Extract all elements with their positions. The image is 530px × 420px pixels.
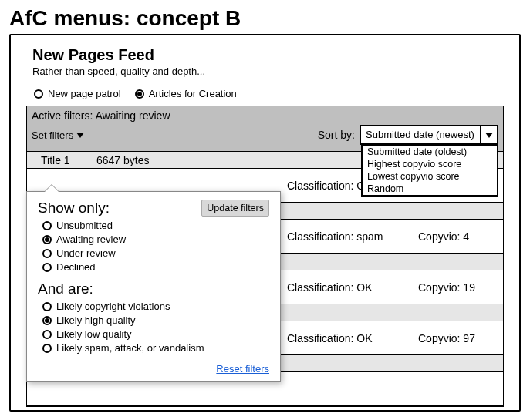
- feed-title: New Pages Feed: [32, 46, 504, 64]
- radio-label: Awaiting review: [56, 234, 126, 245]
- radio-icon: [42, 302, 52, 311]
- sort-selected-text: Submitted date (newest): [361, 126, 480, 143]
- mode-articles-for-creation[interactable]: Articles for Creation: [135, 88, 237, 99]
- radio-icon: [42, 330, 52, 339]
- and-radio-group: Likely copyright violations Likely high …: [42, 301, 269, 354]
- radio-icon: [42, 344, 52, 353]
- chevron-down-icon: [76, 133, 84, 138]
- row-bytes: 6647 bytes: [96, 154, 181, 166]
- radio-icon: [42, 316, 52, 325]
- radio-label: New page patrol: [48, 88, 121, 99]
- status-radio-group: Unsubmitted Awaiting review Under review…: [42, 220, 269, 273]
- and-spam-attack-vandalism[interactable]: Likely spam, attack, or vandalism: [42, 342, 269, 354]
- popup-pointer-icon: [44, 184, 59, 192]
- radio-label: Likely spam, attack, or vandalism: [56, 342, 204, 354]
- radio-label: Under review: [56, 247, 116, 259]
- active-filters-label: Active filters:: [32, 109, 93, 122]
- row-title: Title 1: [27, 154, 96, 166]
- radio-icon: [42, 221, 52, 230]
- filters-bar: Active filters: Awaiting review Set filt…: [26, 106, 504, 152]
- sort-option[interactable]: Random: [363, 183, 497, 195]
- and-high-quality[interactable]: Likely high quality: [42, 314, 269, 326]
- radio-icon: [34, 89, 43, 99]
- active-filters-line: Active filters: Awaiting review: [32, 109, 498, 122]
- status-unsubmitted[interactable]: Unsubmitted: [42, 220, 269, 231]
- active-filters-value: Awaiting review: [95, 109, 170, 122]
- chevron-down-icon: [485, 133, 493, 138]
- sort-select[interactable]: Submitted date (newest): [360, 125, 498, 145]
- radio-icon: [42, 263, 52, 272]
- mode-new-page-patrol[interactable]: New page patrol: [34, 88, 121, 99]
- radio-label: Likely low quality: [56, 328, 132, 340]
- reset-filters-link[interactable]: Reset filters: [216, 363, 269, 375]
- show-only-title: Show only:: [38, 200, 110, 217]
- set-filters-label: Set filters: [32, 129, 73, 141]
- and-low-quality[interactable]: Likely low quality: [42, 328, 269, 340]
- sort-dropdown-list: Submitted date (oldest) Highest copyvio …: [361, 144, 498, 197]
- sort-dropdown-button[interactable]: [480, 126, 497, 143]
- radio-label: Declined: [56, 261, 96, 273]
- radio-label: Unsubmitted: [56, 220, 113, 231]
- status-awaiting-review[interactable]: Awaiting review: [42, 234, 269, 245]
- status-declined[interactable]: Declined: [42, 261, 269, 273]
- sort-option[interactable]: Lowest copyvio score: [363, 170, 497, 183]
- sort-label: Sort by:: [318, 129, 355, 141]
- sort-option[interactable]: Submitted date (oldest): [363, 146, 497, 158]
- radio-icon: [42, 235, 52, 244]
- and-are-title: And are:: [38, 281, 269, 297]
- radio-icon: [135, 89, 144, 99]
- row-copyvio: Copyvio: 97: [418, 332, 503, 344]
- radio-label: Likely copyright violations: [56, 301, 170, 312]
- row-copyvio: Copyvio: 4: [418, 230, 503, 243]
- feed-subtitle: Rather than speed, quality and depth...: [32, 66, 504, 77]
- concept-title: AfC menus: concept B: [9, 6, 521, 31]
- mode-radio-group: New page patrol Articles for Creation: [34, 88, 504, 99]
- status-under-review[interactable]: Under review: [42, 247, 269, 259]
- filters-popup: Show only: Update filters Unsubmitted Aw…: [26, 191, 281, 382]
- row-classification: Classification: spam: [287, 230, 418, 243]
- and-copyright-violations[interactable]: Likely copyright violations: [42, 301, 269, 312]
- radio-label: Likely high quality: [56, 314, 136, 326]
- row-copyvio: Copyvio: 19: [418, 281, 503, 294]
- main-panel: New Pages Feed Rather than speed, qualit…: [9, 34, 521, 412]
- radio-label: Articles for Creation: [149, 88, 237, 99]
- set-filters-button[interactable]: Set filters: [32, 129, 84, 141]
- reset-filters-row: Reset filters: [38, 361, 269, 375]
- radio-icon: [42, 249, 52, 258]
- update-filters-button[interactable]: Update filters: [201, 200, 269, 217]
- sort-option[interactable]: Highest copyvio score: [363, 158, 497, 170]
- row-classification: Classification: OK: [287, 332, 418, 344]
- row-classification: Classification: OK: [287, 281, 418, 294]
- sort-group: Sort by: Submitted date (newest) Submitt…: [318, 125, 498, 145]
